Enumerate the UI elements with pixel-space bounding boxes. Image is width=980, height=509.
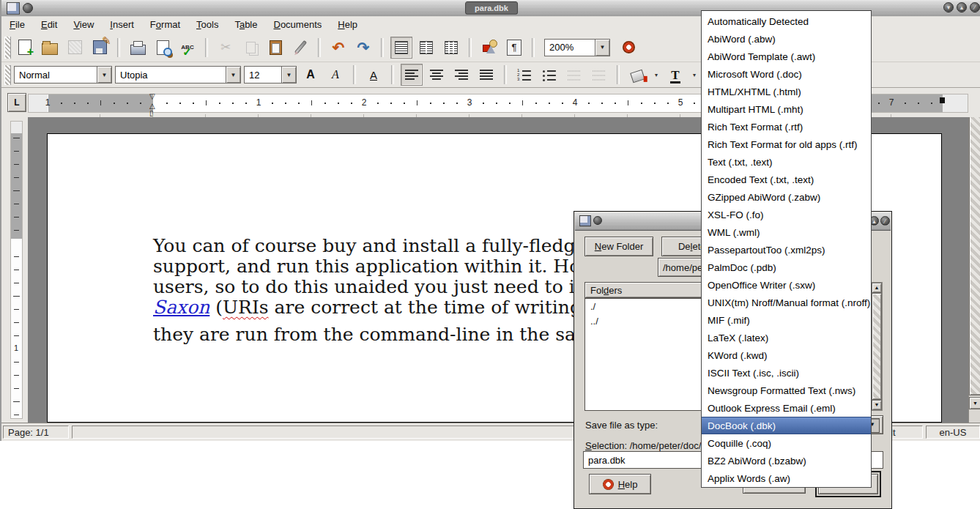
align-justify-button[interactable]: [475, 64, 497, 86]
menu-insert[interactable]: Insert: [102, 17, 142, 32]
menu-edit[interactable]: Edit: [33, 17, 65, 32]
hyperlink[interactable]: Saxon: [153, 297, 209, 318]
format-option[interactable]: AbiWord Template (.awt): [702, 48, 871, 65]
format-option[interactable]: LaTeX (.latex): [702, 329, 871, 346]
format-option[interactable]: Coquille (.coq): [702, 434, 871, 452]
menu-help[interactable]: Help: [330, 17, 365, 32]
print-preview-button[interactable]: [152, 37, 174, 59]
format-option[interactable]: Newsgroup Formatted Text (.nws): [702, 382, 871, 399]
two-columns-button[interactable]: [415, 37, 437, 59]
zoom-combobox[interactable]: 200%▼: [544, 39, 610, 56]
format-option[interactable]: PalmDoc (.pdb): [702, 259, 871, 276]
files-scroll-down-icon[interactable]: ▼: [872, 400, 882, 410]
format-option[interactable]: XSL-FO (.fo): [702, 206, 871, 223]
files-scrollbar-thumb[interactable]: [872, 293, 882, 400]
window-menu-button[interactable]: [23, 3, 33, 13]
dialog-close-icon[interactable]: ∕: [880, 216, 890, 226]
new-folder-button[interactable]: New Folder: [584, 237, 653, 256]
spellcheck-button[interactable]: ABC: [177, 37, 198, 59]
scroll-down-icon[interactable]: ▼: [969, 397, 980, 409]
redo-button[interactable]: ↷: [352, 37, 374, 59]
align-right-button[interactable]: [450, 64, 472, 86]
copy-button[interactable]: [240, 37, 261, 59]
font-color-dropdown-icon[interactable]: ▾: [689, 67, 699, 83]
one-column-button[interactable]: [390, 37, 412, 59]
menu-tools[interactable]: Tools: [188, 17, 226, 32]
format-option[interactable]: HTML/XHTML (.html): [702, 83, 871, 100]
insert-shapes-button[interactable]: [478, 37, 500, 59]
underline-button[interactable]: A: [363, 64, 385, 86]
menu-documents[interactable]: Documents: [266, 17, 330, 32]
format-option[interactable]: Rich Text Format (.rtf): [702, 118, 871, 135]
cut-button[interactable]: ✂: [215, 37, 237, 59]
fill-color-button[interactable]: [626, 64, 648, 86]
font-size-combobox-arrow-icon[interactable]: ▼: [281, 67, 296, 83]
bold-button[interactable]: A: [300, 64, 322, 86]
help-button[interactable]: Help: [589, 474, 651, 494]
indent-more-button[interactable]: [588, 64, 610, 86]
save-as-button[interactable]: [89, 37, 111, 59]
numbered-list-button[interactable]: [513, 64, 535, 86]
first-line-indent-marker[interactable]: ▽: [149, 93, 155, 100]
minimize-icon[interactable]: ▾: [943, 2, 954, 12]
status-language[interactable]: en-US: [926, 426, 980, 439]
format-option[interactable]: Multipart HTML (.mht): [702, 100, 871, 118]
print-button[interactable]: [127, 37, 149, 59]
menu-view[interactable]: View: [65, 17, 102, 32]
font-color-button[interactable]: T: [664, 64, 686, 86]
bullet-list-button[interactable]: [538, 64, 560, 86]
toolbar-grip[interactable]: [4, 37, 11, 59]
italic-button[interactable]: A: [324, 64, 346, 86]
three-columns-button[interactable]: [440, 37, 462, 59]
menu-format[interactable]: Format: [142, 17, 188, 32]
right-margin-marker[interactable]: [940, 97, 945, 103]
indent-less-button[interactable]: [563, 64, 585, 86]
format-option[interactable]: GZipped AbiWord (.zabw): [702, 188, 871, 206]
format-option[interactable]: ISCII Text (.isc, .iscii): [702, 364, 871, 382]
fill-color-dropdown-icon[interactable]: ▾: [651, 67, 661, 83]
format-option[interactable]: OpenOffice Writer (.sxw): [702, 276, 871, 294]
undo-button[interactable]: ↶: [327, 37, 349, 59]
stylus-button[interactable]: [289, 37, 311, 59]
new-document-button[interactable]: [14, 37, 36, 59]
align-center-button[interactable]: [426, 64, 448, 86]
format-option[interactable]: Automatically Detected: [702, 12, 871, 30]
format-option[interactable]: KWord (.kwd): [702, 346, 871, 364]
format-option[interactable]: WML (.wml): [702, 223, 871, 241]
files-list-scrollbar[interactable]: ▲ ▼: [871, 282, 883, 411]
paragraph-style-combobox-arrow-icon[interactable]: ▼: [97, 67, 111, 83]
help-button[interactable]: [617, 37, 639, 59]
format-option[interactable]: Text (.txt, .text): [702, 153, 871, 171]
align-left-button[interactable]: [401, 64, 423, 86]
menu-file[interactable]: File: [1, 17, 33, 32]
dialog-window-menu-button[interactable]: [593, 216, 602, 225]
format-option-selected[interactable]: DocBook (.dbk): [702, 417, 871, 434]
toolbar-grip[interactable]: [4, 65, 11, 85]
font-size-combobox[interactable]: 12▼: [244, 66, 297, 83]
paste-button[interactable]: [264, 37, 286, 59]
close-icon[interactable]: ∕: [970, 2, 980, 12]
open-button[interactable]: [39, 37, 61, 59]
format-option[interactable]: Outlook Express Email (.eml): [702, 399, 871, 417]
menu-table[interactable]: Table: [226, 17, 265, 32]
format-option[interactable]: MIF (.mif): [702, 311, 871, 329]
show-formatting-marks-button[interactable]: ¶: [503, 37, 525, 59]
format-option[interactable]: PassepartoutToo (.xml2ps): [702, 241, 871, 259]
files-scroll-up-icon[interactable]: ▲: [872, 283, 882, 293]
format-option[interactable]: Applix Words (.aw): [702, 469, 871, 487]
tab-stop-selector[interactable]: L: [7, 93, 26, 112]
zoom-dropdown-icon[interactable]: ▼: [595, 40, 609, 56]
font-family-combobox[interactable]: Utopia▼: [115, 66, 241, 83]
paragraph-style-combobox[interactable]: Normal▼: [14, 66, 112, 83]
format-option[interactable]: AbiWord (.abw): [702, 30, 871, 48]
font-family-combobox-arrow-icon[interactable]: ▼: [226, 67, 240, 83]
scrollbar-thumb[interactable]: [969, 117, 980, 395]
format-option[interactable]: Microsoft Word (.doc): [702, 65, 871, 83]
format-option[interactable]: UNIX(tm) Nroff/Manual format (.nroff): [702, 294, 871, 311]
format-option[interactable]: BZ2 AbiWord (.bzabw): [702, 452, 871, 469]
save-button[interactable]: [64, 37, 86, 59]
format-option[interactable]: Encoded Text (.txt, .text): [702, 171, 871, 188]
vertical-scrollbar[interactable]: ▲ ▼: [968, 117, 980, 423]
format-option[interactable]: Rich Text Format for old apps (.rtf): [702, 135, 871, 153]
maximize-icon[interactable]: ▴: [957, 2, 967, 12]
